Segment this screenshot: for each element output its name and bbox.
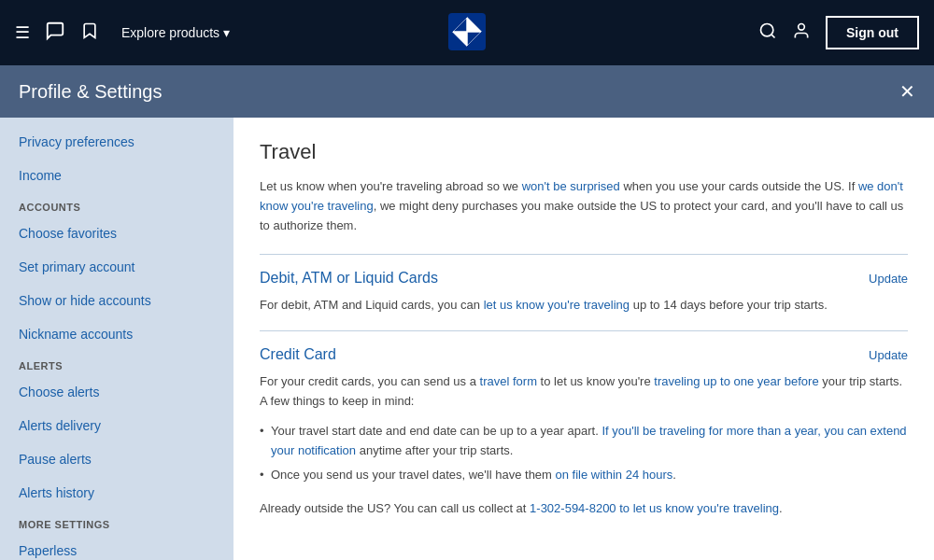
bullet-item-1: Your travel start date and end date can … bbox=[260, 419, 908, 464]
sidebar-section-0: Privacy preferences Income bbox=[0, 125, 234, 192]
debit-atm-text: For debit, ATM and Liquid cards, you can… bbox=[260, 296, 908, 315]
credit-card-bullet-list: Your travel start date and end date can … bbox=[260, 412, 908, 488]
sidebar-item-choose-alerts[interactable]: Choose alerts bbox=[0, 375, 234, 409]
profile-icon[interactable] bbox=[792, 21, 811, 45]
credit-card-update-link[interactable]: Update bbox=[869, 348, 908, 362]
explore-products-arrow: ▾ bbox=[223, 25, 230, 40]
sidebar-section-accounts: ACCOUNTS Choose favorites Set primary ac… bbox=[0, 192, 234, 351]
sidebar-section-more-settings: MORE SETTINGS Paperless Text banking Tra… bbox=[0, 510, 234, 560]
main-container: Profile & Settings ✕ Privacy preferences… bbox=[0, 65, 934, 560]
nav-left: ☰ Explore products ▾ bbox=[15, 21, 230, 46]
sidebar-item-choose-favorites[interactable]: Choose favorites bbox=[0, 217, 234, 250]
sidebar: Privacy preferences Income ACCOUNTS Choo… bbox=[0, 118, 234, 560]
nav-right: Sign out bbox=[758, 16, 919, 49]
explore-products-label: Explore products bbox=[121, 25, 219, 40]
chat-icon[interactable] bbox=[45, 21, 65, 46]
sign-out-button[interactable]: Sign out bbox=[826, 16, 919, 49]
svg-point-7 bbox=[761, 23, 773, 35]
phone-link[interactable]: 1-302-594-8200 to let us know you're tra… bbox=[530, 501, 779, 515]
content-area: Travel Let us know when you're traveling… bbox=[234, 118, 934, 560]
sidebar-item-privacy-preferences[interactable]: Privacy preferences bbox=[0, 125, 234, 159]
profile-settings-panel: Profile & Settings ✕ Privacy preferences… bbox=[0, 65, 934, 560]
debit-atm-title: Debit, ATM or Liquid Cards bbox=[260, 270, 438, 287]
bullet-item-2: Once you send us your travel dates, we'l… bbox=[260, 463, 908, 488]
svg-line-8 bbox=[771, 34, 775, 37]
bookmark-icon[interactable] bbox=[80, 21, 99, 46]
chase-logo bbox=[448, 13, 486, 53]
top-navigation: ☰ Explore products ▾ bbox=[0, 0, 934, 65]
travel-form-link[interactable]: travel form bbox=[480, 374, 537, 388]
explore-products-menu[interactable]: Explore products ▾ bbox=[121, 25, 230, 40]
panel-title: Profile & Settings bbox=[19, 81, 162, 103]
debit-atm-section: Debit, ATM or Liquid Cards Update For de… bbox=[260, 254, 908, 330]
on-file-link[interactable]: on file within 24 hours bbox=[556, 468, 673, 482]
svg-point-9 bbox=[799, 23, 805, 30]
sidebar-item-paperless[interactable]: Paperless bbox=[0, 534, 234, 560]
close-button[interactable]: ✕ bbox=[899, 80, 915, 103]
debit-atm-update-link[interactable]: Update bbox=[869, 272, 908, 286]
sidebar-item-set-primary-account[interactable]: Set primary account bbox=[0, 250, 234, 284]
credit-card-section: Credit Card Update For your credit cards… bbox=[260, 330, 908, 534]
debit-atm-body: For debit, ATM and Liquid cards, you can… bbox=[260, 296, 908, 315]
sidebar-item-pause-alerts[interactable]: Pause alerts bbox=[0, 442, 234, 476]
credit-card-section-header: Credit Card Update bbox=[260, 346, 908, 363]
hamburger-icon[interactable]: ☰ bbox=[15, 22, 30, 43]
sidebar-item-show-hide-accounts[interactable]: Show or hide accounts bbox=[0, 284, 234, 317]
outside-us-text: Already outside the US? You can call us … bbox=[260, 499, 908, 519]
credit-card-title: Credit Card bbox=[260, 346, 336, 363]
accounts-header: ACCOUNTS bbox=[0, 192, 234, 217]
debit-let-us-know-link[interactable]: let us know you're traveling bbox=[484, 298, 630, 312]
alerts-header: ALERTS bbox=[0, 351, 234, 375]
sidebar-section-alerts: ALERTS Choose alerts Alerts delivery Pau… bbox=[0, 351, 234, 510]
debit-atm-section-header: Debit, ATM or Liquid Cards Update bbox=[260, 270, 908, 287]
traveling-link[interactable]: traveling up to one year before bbox=[654, 374, 818, 388]
sidebar-item-income[interactable]: Income bbox=[0, 159, 234, 192]
content-intro: Let us know when you're traveling abroad… bbox=[260, 177, 908, 235]
credit-card-body: For your credit cards, you can send us a… bbox=[260, 372, 908, 519]
search-icon[interactable] bbox=[758, 21, 777, 45]
extend-notification-link[interactable]: If you'll be traveling for more than a y… bbox=[271, 424, 907, 457]
panel-header: Profile & Settings ✕ bbox=[0, 65, 934, 118]
more-settings-header: MORE SETTINGS bbox=[0, 510, 234, 534]
wont-be-surprised-link[interactable]: won't be surprised bbox=[522, 179, 620, 193]
sidebar-item-nickname-accounts[interactable]: Nickname accounts bbox=[0, 317, 234, 351]
credit-card-text: For your credit cards, you can send us a… bbox=[260, 372, 908, 412]
page-title: Travel bbox=[260, 140, 908, 164]
panel-body: Privacy preferences Income ACCOUNTS Choo… bbox=[0, 118, 934, 560]
sidebar-item-alerts-delivery[interactable]: Alerts delivery bbox=[0, 409, 234, 442]
sidebar-item-alerts-history[interactable]: Alerts history bbox=[0, 476, 234, 510]
